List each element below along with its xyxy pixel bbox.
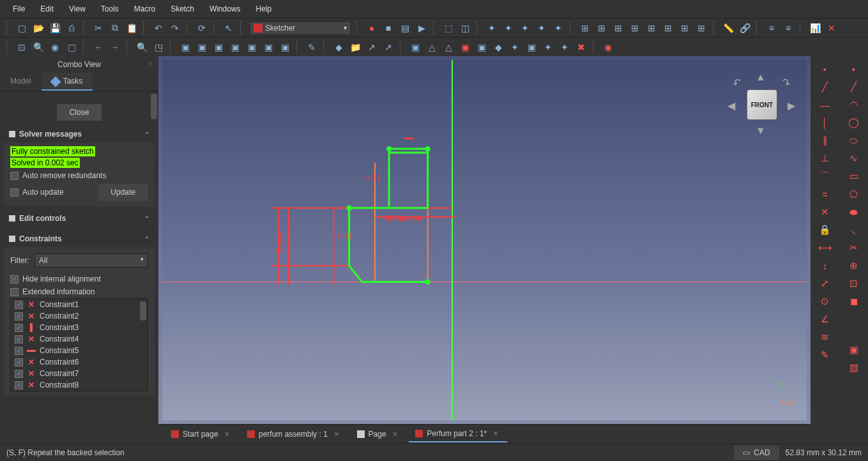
back-icon[interactable]: ← (92, 41, 105, 54)
sk-co-icon[interactable]: ⊡ (848, 277, 860, 290)
t12-icon[interactable]: ⊞ (678, 22, 691, 34)
c5-icon[interactable]: ▣ (475, 41, 488, 54)
point-tool-icon[interactable]: • (819, 63, 832, 75)
edit-controls-header[interactable]: Edit controls⌃ (4, 210, 155, 227)
iso-icon[interactable]: ◳ (152, 41, 165, 54)
link-icon[interactable]: 🔗 (738, 22, 751, 34)
menu-view[interactable]: View (61, 2, 93, 16)
constraint-row[interactable]: ✓✕Constraint6 (11, 356, 148, 368)
navigation-cube[interactable]: ▲ ◀ ▶ ▼ ↶ ↷ FRONT (725, 68, 795, 138)
t4-icon[interactable]: ✦ (535, 22, 548, 34)
menu-macro[interactable]: Macro (126, 2, 163, 16)
sk-bspline-icon[interactable]: ∿ (848, 152, 860, 165)
record-icon[interactable]: ● (365, 22, 378, 34)
group-icon[interactable]: ◫ (459, 22, 471, 34)
sk-circle-icon[interactable]: ◯ (848, 116, 860, 129)
close-tab-icon[interactable]: × (222, 429, 232, 439)
constraints-header[interactable]: Constraints⌃ (4, 230, 155, 247)
t8-icon[interactable]: ⊞ (612, 22, 625, 34)
menu-sketch[interactable]: Sketch (163, 2, 202, 16)
c10-icon[interactable]: ✦ (558, 41, 571, 54)
equal-tool-icon[interactable]: = (819, 188, 832, 200)
tangent-tool-icon[interactable]: ⌒ (819, 170, 832, 183)
vline-tool-icon[interactable]: │ (819, 116, 832, 129)
sk-trim-icon[interactable]: ✂ (848, 241, 860, 254)
sym-tool-icon[interactable]: ✕ (819, 206, 832, 218)
doctab-part2[interactable]: Perfum part 2 : 1*× (409, 425, 507, 442)
radius-tool-icon[interactable]: ⊙ (819, 295, 832, 308)
doctab-assembly[interactable]: perfum assembly : 1× (241, 426, 348, 442)
auto-update-checkbox[interactable] (10, 188, 19, 197)
constraint-row[interactable]: ✓✕Constraint7 (11, 368, 148, 379)
workbench-selector[interactable]: Sketcher ▾ (249, 21, 351, 35)
stop-icon[interactable]: ■ (382, 22, 395, 34)
c8-icon[interactable]: ▣ (525, 41, 538, 54)
refresh-icon[interactable]: ⟳ (195, 22, 208, 34)
auto-remove-redundants[interactable]: Auto remove redundants (10, 169, 148, 182)
sk-point-icon[interactable]: • (848, 63, 860, 75)
nav-style-button[interactable]: ▭CAD (734, 446, 779, 460)
menu-windows[interactable]: Windows (202, 2, 248, 16)
paste-icon[interactable]: 📋 (125, 22, 138, 34)
c1-icon[interactable]: ▣ (409, 41, 422, 54)
copy-icon[interactable]: ⧉ (109, 22, 121, 34)
vdist-tool-icon[interactable]: ↕ (819, 259, 832, 272)
constraint-row[interactable]: ✓Constraint5 (11, 345, 148, 356)
play-icon[interactable]: ▶ (415, 22, 428, 34)
constraint-row[interactable]: ✓Constraint3 (11, 322, 148, 333)
d1-icon[interactable]: ◉ (602, 41, 614, 54)
v6-icon[interactable]: ▣ (262, 41, 275, 54)
sk-sel-icon[interactable]: ▣ (848, 344, 860, 356)
solver-messages-header[interactable]: Solver messages⌃ (4, 126, 155, 142)
undo-icon[interactable]: ↶ (152, 22, 165, 34)
line-tool-icon[interactable]: ╱ (819, 80, 832, 93)
fwd-icon[interactable]: → (109, 41, 121, 54)
redo-icon[interactable]: ↷ (169, 22, 181, 34)
open-icon[interactable]: 📂 (32, 22, 45, 34)
macros-icon[interactable]: ▤ (399, 22, 411, 34)
cursor-icon[interactable]: ↖ (222, 22, 235, 34)
t10-icon[interactable]: ⊞ (645, 22, 658, 34)
constraint-row[interactable]: ✓✕Constraint4 (11, 333, 148, 345)
part-icon[interactable]: ⬚ (442, 22, 455, 34)
t14-icon[interactable]: ≡ (765, 22, 778, 34)
sk-line-icon[interactable]: ╱ (848, 80, 860, 93)
measure-icon[interactable]: 📏 (722, 22, 735, 34)
close-tab-icon[interactable]: × (331, 429, 342, 439)
menu-tools[interactable]: Tools (93, 2, 126, 16)
close-tab-icon[interactable]: × (390, 429, 400, 439)
hline-tool-icon[interactable]: — (819, 98, 832, 111)
t1-icon[interactable]: ✦ (485, 22, 498, 34)
parallel-tool-icon[interactable]: ∥ (819, 134, 832, 147)
b4-icon[interactable]: ↗ (382, 41, 395, 54)
tab-tasks[interactable]: Tasks (42, 73, 93, 91)
b3-icon[interactable]: ↗ (365, 41, 378, 54)
cube-arrow-down-icon[interactable]: ▼ (756, 125, 766, 137)
cube-arrow-right-icon[interactable]: ▶ (788, 100, 795, 112)
filter-select[interactable]: All▾ (34, 253, 148, 268)
sk-mv-icon[interactable]: ▧ (848, 361, 860, 374)
t3-icon[interactable]: ✦ (519, 22, 531, 34)
doctab-startpage[interactable]: Start page× (165, 426, 238, 442)
c4-icon[interactable]: ▣ (459, 41, 471, 54)
cube-arrow-left-icon[interactable]: ◀ (727, 100, 735, 112)
hdist-tool-icon[interactable]: ⟷ (819, 241, 832, 254)
t11-icon[interactable]: ⊞ (662, 22, 674, 34)
new-icon[interactable]: ▢ (15, 22, 28, 34)
v3-icon[interactable]: ▣ (212, 41, 225, 54)
sk-ext-icon[interactable]: ⊕ (848, 259, 860, 272)
drawstyle-icon[interactable]: ◉ (49, 41, 61, 54)
b2-icon[interactable]: 📁 (349, 41, 362, 54)
scrollbar-thumb[interactable] (151, 94, 157, 119)
t13-icon[interactable]: ⊞ (695, 22, 708, 34)
save-icon[interactable]: 💾 (49, 22, 61, 34)
t7-icon[interactable]: ⊞ (595, 22, 608, 34)
t6-icon[interactable]: ⊞ (579, 22, 591, 34)
sk-rect-icon[interactable]: ▭ (848, 170, 860, 183)
block-tool-icon[interactable]: 🔒 (819, 223, 832, 236)
constraint-row[interactable]: ✓✕Constraint2 (11, 310, 148, 322)
sk-carbon-icon[interactable]: ◼ (848, 295, 860, 308)
bbox-icon[interactable]: ▢ (65, 41, 78, 54)
zoom-icon[interactable]: 🔍 (135, 41, 148, 54)
v5-icon[interactable]: ▣ (245, 41, 258, 54)
